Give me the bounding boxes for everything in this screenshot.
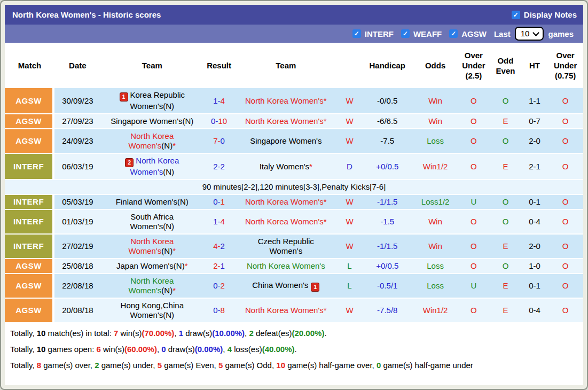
team-name[interactable]: Japan Women's	[116, 261, 174, 270]
over-under-25-cell: O	[458, 88, 490, 113]
home-team-cell: North Korea Women's(N)*	[101, 274, 203, 298]
page-frame: North Korea Women's - Historic scores ✓ …	[0, 0, 588, 390]
historic-scores-panel: North Korea Women's - Historic scores ✓ …	[5, 5, 583, 385]
games-label: games	[548, 29, 574, 38]
over-under-25-cell: O	[458, 114, 490, 128]
column-header: Team	[101, 44, 203, 87]
neutral-suffix: (N)	[161, 246, 173, 255]
over-under-075-cell: O	[547, 235, 583, 258]
checkbox-checked-icon[interactable]: ✓	[352, 29, 361, 38]
odd-even-cell: E	[489, 274, 522, 298]
team-name[interactable]: Singapore Women's	[111, 116, 182, 126]
date-cell: 06/03/19	[54, 154, 101, 179]
team-name[interactable]: North Korea Women's	[245, 306, 324, 315]
home-team-cell: Hong Kong,China Women's(N)	[101, 299, 203, 322]
filter-interf[interactable]: ✓ INTERF	[352, 29, 394, 38]
last-games-select[interactable]: 10	[515, 27, 544, 41]
team-name[interactable]: North Korea Women's	[245, 217, 324, 226]
result-cell: 0-10	[203, 114, 235, 128]
odd-even-cell: O	[489, 195, 522, 209]
column-header: Odd Even	[489, 44, 522, 87]
note-row: 90 minutes[2-2],120 minutes[3-3],Penalty…	[5, 180, 583, 194]
handicap-cell: +0/0.5	[362, 259, 413, 273]
over-under-25-cell: U	[458, 195, 490, 209]
date-cell: 24/09/23	[54, 129, 101, 153]
team-star: *	[173, 246, 176, 255]
wdl-cell: W	[337, 88, 362, 113]
ht-cell: 1-1	[522, 88, 547, 113]
home-team-cell: 2North Korea Women's(N)	[101, 154, 203, 179]
over-under-075-cell: O	[547, 129, 583, 153]
filter-agsw[interactable]: ✓ AGSW	[449, 29, 487, 38]
odds-cell: Loss	[413, 259, 458, 273]
red-card-icon: 2	[125, 158, 134, 167]
match-league-cell: AGSW	[5, 274, 54, 298]
last-label: Last	[494, 29, 511, 38]
neutral-suffix: (N)	[163, 310, 174, 319]
home-team-cell: Japan Women's(N)*	[101, 259, 203, 273]
team-name[interactable]: Finland Women's	[116, 197, 177, 206]
ht-cell: 0-1	[522, 195, 547, 209]
table-row: AGSW24/09/23North Korea Women's(N)*7-0Si…	[5, 129, 583, 153]
odd-even-cell: O	[489, 210, 522, 233]
column-header: Team	[234, 44, 337, 87]
odds-cell: Win	[413, 88, 458, 113]
team-name[interactable]: North Korea Women's	[245, 197, 324, 206]
date-cell: 22/08/18	[54, 274, 101, 298]
away-team-cell: North Korea Women's*	[234, 299, 337, 322]
odds-cell: Win	[413, 114, 458, 128]
ht-cell: 0-4	[522, 210, 547, 233]
team-name[interactable]: North Korea Women's	[247, 261, 325, 270]
display-notes-toggle[interactable]: ✓ Display Notes	[512, 10, 577, 19]
handicap-cell: -7.5	[362, 129, 413, 153]
team-star: *	[185, 261, 188, 270]
team-star: *	[324, 116, 327, 126]
home-team-cell: South Africa Women's(N)	[101, 210, 203, 233]
team-star: *	[324, 306, 327, 315]
wdl-cell: D	[337, 154, 362, 179]
checkbox-checked-icon[interactable]: ✓	[512, 11, 520, 19]
team-name[interactable]: Hong Kong,China Women's	[121, 301, 184, 319]
handicap-cell: -1/1.5	[362, 235, 413, 258]
wdl-cell: W	[337, 299, 362, 322]
column-header: Result	[203, 44, 235, 87]
filter-weaff[interactable]: ✓ WEAFF	[401, 29, 442, 38]
over-under-25-cell: O	[458, 154, 490, 179]
team-name[interactable]: China Women's	[252, 280, 308, 290]
result-cell: 1-4	[203, 88, 235, 113]
over-under-075-cell: O	[547, 274, 583, 298]
odd-even-cell: E	[489, 154, 522, 179]
team-name[interactable]: Singapore Women's	[250, 136, 322, 145]
match-league-cell: INTERF	[5, 210, 54, 233]
last-games-control: Last 10 games	[494, 27, 574, 41]
title-bar: North Korea Women's - Historic scores ✓ …	[5, 5, 583, 25]
over-under-25-cell: O	[458, 235, 490, 258]
team-name[interactable]: North Korea Women's	[245, 116, 324, 126]
display-notes-label: Display Notes	[524, 10, 577, 19]
checkbox-checked-icon[interactable]: ✓	[449, 29, 458, 38]
checkbox-checked-icon[interactable]: ✓	[401, 29, 410, 38]
team-name[interactable]: Korea Republic Women's	[130, 90, 185, 111]
table-row: INTERF27/02/19North Korea Women's(N)*4-2…	[5, 235, 583, 258]
column-header: Match	[5, 44, 54, 87]
neutral-suffix: (N)	[183, 116, 194, 126]
wdl-cell: W	[337, 129, 362, 153]
team-name[interactable]: North Korea Women's	[245, 96, 324, 105]
result-cell: 2-2	[203, 154, 235, 179]
team-name[interactable]: Italy Women's	[260, 162, 309, 171]
handicap-cell: +0/0.5	[362, 154, 413, 179]
team-name[interactable]: Czech Republic Women's	[258, 237, 314, 255]
date-cell: 27/02/19	[54, 235, 101, 258]
neutral-suffix: (N)	[174, 261, 185, 270]
home-team-cell: North Korea Women's(N)*	[101, 235, 203, 258]
ht-cell: 2-0	[522, 235, 547, 258]
date-cell: 01/03/19	[54, 210, 101, 233]
odds-cell: Loss	[413, 129, 458, 153]
over-under-25-cell: O	[458, 210, 490, 233]
result-cell: 4-2	[203, 235, 235, 258]
team-star: *	[324, 96, 327, 105]
home-team-cell: North Korea Women's(N)*	[101, 129, 203, 153]
filter-bar: ✓ INTERF ✓ WEAFF ✓ AGSW Last 10 games	[5, 25, 583, 43]
wdl-cell: W	[337, 114, 362, 128]
match-league-cell: INTERF	[5, 195, 54, 209]
